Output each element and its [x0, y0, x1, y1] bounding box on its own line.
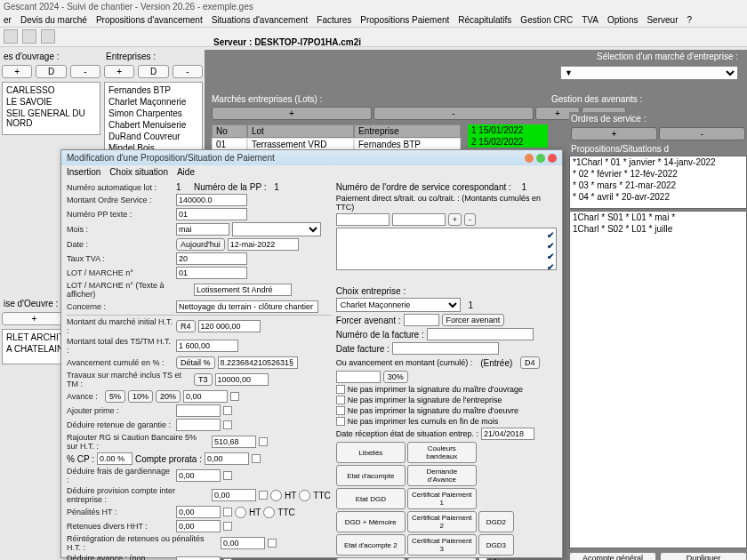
m-tstm-input[interactable]	[176, 340, 238, 352]
couleurs-btn[interactable]: Couleurs bandeaux	[407, 442, 477, 463]
lots-del[interactable]: -	[374, 107, 534, 120]
props-list[interactable]: 1Charl * S01 * L01 * mai * 1Charl * S02 …	[569, 211, 747, 548]
mois-input[interactable]	[176, 223, 229, 236]
avenant-date[interactable]: 2 15/02/2022	[468, 136, 548, 148]
r4-btn[interactable]: R4	[176, 320, 196, 332]
raj-rg-input[interactable]	[212, 436, 256, 448]
pay-input2[interactable]	[392, 213, 446, 226]
menu-item[interactable]: Factures	[317, 15, 351, 25]
mois-combo[interactable]	[232, 222, 321, 236]
menu-item[interactable]: Récapitulatifs	[458, 15, 511, 25]
menu-item[interactable]: Situations d'avancement	[212, 15, 309, 25]
reint-input[interactable]	[221, 537, 265, 549]
ou-av-input[interactable]	[336, 371, 381, 383]
menu-item[interactable]: Gestion CRC	[520, 15, 573, 25]
tool-icon[interactable]	[22, 29, 36, 44]
chk2[interactable]	[336, 396, 345, 404]
raj-rg-chk[interactable]	[259, 437, 268, 446]
ret-div-input[interactable]	[176, 520, 221, 532]
lots-add[interactable]: +	[212, 107, 372, 120]
chk3[interactable]	[336, 406, 345, 415]
thirty-btn[interactable]: 30%	[383, 371, 408, 383]
montant-os-input[interactable]	[176, 194, 247, 206]
aj-prime-chk[interactable]	[223, 406, 232, 415]
etat-dgd-btn[interactable]: Etat DGD	[336, 488, 406, 509]
menu-item[interactable]: Propositions d'avancement	[96, 15, 203, 25]
forcer-av-btn[interactable]: Forcer avenant	[442, 314, 505, 326]
d4-btn[interactable]: D4	[520, 356, 540, 369]
avance-chk[interactable]	[230, 392, 239, 401]
cert3-btn[interactable]: Certificat Paiement 3	[407, 534, 477, 556]
date-fact-input[interactable]	[392, 342, 499, 355]
menu-item[interactable]: er	[4, 15, 12, 25]
avenant-date[interactable]: 1 15/01/2022	[468, 124, 548, 136]
p5-btn[interactable]: 5%	[105, 390, 125, 403]
ent-add[interactable]: +	[104, 65, 134, 78]
paiement-list[interactable]: ✔ ✔ ✔ ✔	[336, 228, 557, 270]
demande-avance-btn[interactable]: Demande d'Avance	[407, 465, 477, 486]
cp-input[interactable]	[97, 452, 133, 465]
ded-ret-chk[interactable]	[223, 420, 232, 429]
pen-ht-chk[interactable]	[223, 508, 232, 516]
menu-item[interactable]: Options	[607, 15, 638, 25]
forcer-av-input[interactable]	[404, 314, 439, 326]
cert2-btn[interactable]: Certificat Paiement 2	[407, 511, 477, 532]
ordre-add[interactable]: +	[571, 127, 657, 140]
dupliquer-btn[interactable]: Dupliquer	[660, 552, 747, 560]
lot-txt-input[interactable]	[194, 284, 292, 296]
ouvrage-list[interactable]: CARLESSO LE SAVOIE SEIL GENERAL DU NORD	[2, 82, 100, 135]
ded-prov-chk[interactable]	[259, 491, 268, 500]
detail-pc-btn[interactable]: Détail %	[176, 356, 215, 369]
dgd2-btn[interactable]: DGD2	[478, 511, 514, 532]
dlg-menu-item[interactable]: Aide	[177, 167, 195, 177]
av-cum-input[interactable]	[218, 356, 298, 369]
max-icon[interactable]	[536, 154, 545, 163]
num-pp-txt-input[interactable]	[176, 208, 247, 220]
min-icon[interactable]	[525, 154, 534, 163]
menu-item[interactable]: ?	[687, 15, 692, 25]
pen-ht-input[interactable]	[176, 506, 221, 518]
cert1-btn[interactable]: Certificat Paiement 1	[407, 488, 477, 509]
dlg-menu-item[interactable]: Choix situation	[109, 167, 168, 177]
dgd3-btn[interactable]: DGD3	[478, 534, 514, 556]
etat-ac2-btn[interactable]: Etat d'acompte 2	[336, 534, 406, 556]
ouvrage-del[interactable]: -	[70, 65, 100, 78]
concerne-input[interactable]	[176, 300, 318, 313]
p20-btn[interactable]: 20%	[156, 390, 181, 403]
dlg-menu-item[interactable]: Insertion	[67, 167, 100, 177]
today-btn[interactable]: Aujourd'hui	[176, 238, 225, 251]
pay-add[interactable]: +	[448, 213, 462, 226]
lot-n-input[interactable]	[176, 267, 247, 279]
choix-ent-combo[interactable]: Charlet Maçonnerie	[336, 298, 461, 312]
ded-frais-input[interactable]	[176, 469, 221, 482]
ordre-del[interactable]: -	[659, 127, 745, 140]
ded-prov-input[interactable]	[212, 489, 256, 501]
ttc-radio2[interactable]	[263, 507, 275, 518]
m-init-input[interactable]	[198, 320, 261, 332]
ded-ret-input[interactable]	[176, 419, 221, 431]
tool-icon[interactable]	[4, 29, 18, 44]
close-icon[interactable]	[548, 154, 557, 163]
date-recep-input[interactable]	[481, 428, 534, 440]
pay-del[interactable]: -	[464, 213, 476, 226]
num-fact-input[interactable]	[427, 328, 534, 340]
ent-del[interactable]: -	[173, 65, 203, 78]
menu-item[interactable]: Serveur	[647, 15, 678, 25]
menu-item[interactable]: Devis du marché	[20, 15, 87, 25]
chk4[interactable]	[336, 417, 345, 426]
dgd-mem-btn[interactable]: DGD + Mémoire	[336, 511, 406, 532]
avance-input[interactable]	[183, 390, 228, 403]
ht-radio[interactable]	[270, 490, 282, 501]
cp2-input[interactable]	[205, 452, 249, 465]
cp-chk[interactable]	[252, 454, 261, 463]
ded-frais-chk[interactable]	[223, 471, 232, 480]
libelles-btn[interactable]: Libellés	[336, 442, 406, 463]
chk1[interactable]	[336, 385, 345, 394]
pay-input1[interactable]	[336, 213, 390, 226]
entreprises-list[interactable]: Fernandes BTP Charlet Maçonnerie Simon C…	[104, 82, 203, 153]
ded-av-input[interactable]	[176, 556, 221, 560]
date-input[interactable]	[228, 238, 299, 251]
ouvrage-add[interactable]: +	[2, 65, 32, 78]
p10-btn[interactable]: 10%	[128, 390, 153, 403]
aj-prime-input[interactable]	[176, 404, 221, 417]
